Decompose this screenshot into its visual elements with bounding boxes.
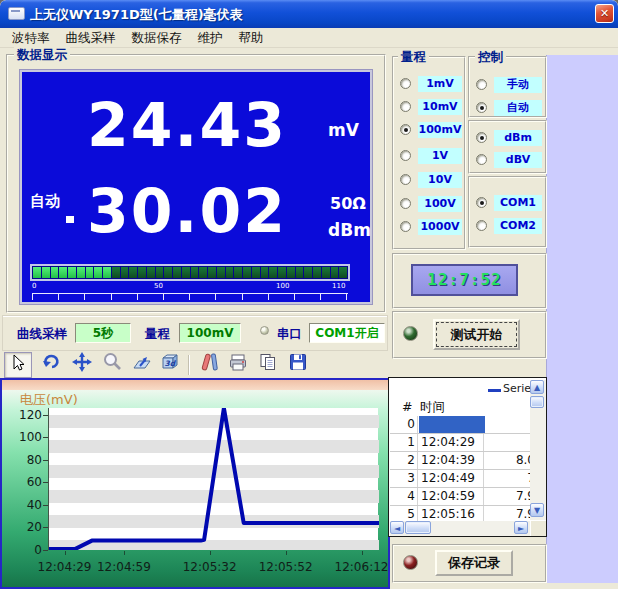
bar-segment: [112, 267, 120, 278]
cursor-tool-button[interactable]: [4, 352, 32, 378]
save-tool-button[interactable]: [284, 352, 312, 378]
control-mode-option-手动[interactable]: 手动: [470, 77, 545, 94]
x-axis-label: 12:04:29: [33, 560, 97, 574]
port-label: 串口: [277, 326, 302, 343]
range-option-1000V[interactable]: 1000V: [394, 219, 464, 236]
row-index-cell[interactable]: 5: [394, 507, 415, 521]
menu-item-1[interactable]: 波特率: [4, 28, 58, 48]
time-cell[interactable]: 12:04:39: [421, 453, 475, 467]
table-row-4[interactable]: 412:04:597.9: [390, 488, 530, 506]
x-axis-label: 12:05:52: [254, 560, 318, 574]
scroll-up-button[interactable]: ▲: [530, 380, 544, 394]
scroll-left-button[interactable]: ◄: [390, 521, 404, 534]
tools-tool-button[interactable]: [196, 352, 224, 378]
row-index-cell[interactable]: 0: [394, 417, 415, 431]
range-radio-10V[interactable]: [400, 174, 411, 185]
range-radio-1000V[interactable]: [400, 221, 411, 232]
range-radio-10mV[interactable]: [400, 101, 411, 112]
range-option-1V[interactable]: 1V: [394, 148, 464, 165]
menu-item-4[interactable]: 维护: [190, 28, 231, 48]
series-legend-swatch: [488, 389, 501, 392]
scroll-right-button[interactable]: ►: [514, 521, 528, 534]
undo-tool-button[interactable]: [38, 352, 66, 378]
range-option-100mV[interactable]: 100mV: [394, 122, 464, 139]
control-mode-radio-自动[interactable]: [476, 102, 487, 113]
row-index-cell[interactable]: 3: [394, 471, 415, 485]
y-axis-tick: [43, 527, 48, 528]
range-option-label: 100mV: [418, 122, 462, 138]
vscroll-thumb[interactable]: [530, 396, 544, 408]
table-horizontal-scrollbar[interactable]: ◄ ►: [390, 521, 530, 536]
control-mode-option-自动[interactable]: 自动: [470, 100, 545, 117]
table-row-3[interactable]: 312:04:497: [390, 470, 530, 488]
control-com-radio-COM1[interactable]: [476, 197, 487, 208]
menu-item-5[interactable]: 帮助: [231, 28, 272, 48]
control-com-radio-COM2[interactable]: [476, 220, 487, 231]
bargraph-scale-label: 0: [32, 282, 36, 290]
range-status-label: 量程: [145, 326, 170, 343]
close-button[interactable]: ✕: [595, 4, 614, 23]
row-index-cell[interactable]: 1: [394, 435, 415, 449]
test-panel: 测试开始: [392, 311, 547, 359]
value-cell[interactable]: [485, 417, 531, 431]
toolbar-separator: [188, 355, 189, 375]
secondary-unit: dBm: [328, 220, 371, 240]
value-cell[interactable]: 7: [485, 471, 531, 485]
scroll-down-button[interactable]: ▼: [530, 503, 544, 517]
chart-2d-icon: [132, 357, 152, 376]
save-record-button[interactable]: 保存记录: [435, 550, 513, 576]
bar-segment: [86, 267, 94, 278]
value-cell[interactable]: 7.9: [485, 507, 531, 521]
chart-3d-tool-button[interactable]: 3d: [156, 352, 184, 378]
control-db-radio-dBV[interactable]: [476, 154, 487, 165]
range-option-10V[interactable]: 10V: [394, 172, 464, 189]
table-row-1[interactable]: 112:04:29: [390, 434, 530, 452]
bar-segment: [138, 267, 146, 278]
bar-segment: [33, 267, 41, 278]
control-db-option-dBV[interactable]: dBV: [470, 152, 545, 169]
print-tool-button[interactable]: [224, 352, 252, 378]
test-start-button[interactable]: 测试开始: [433, 319, 520, 350]
control-db-option-dBm[interactable]: dBm: [470, 130, 545, 147]
control-com-option-COM1[interactable]: COM1: [470, 195, 545, 212]
range-option-label: 10mV: [418, 99, 462, 115]
copy-tool-button[interactable]: [254, 352, 282, 378]
y-axis-tick: [43, 437, 48, 438]
range-option-1mV[interactable]: 1mV: [394, 76, 464, 93]
pan-tool-button[interactable]: [68, 352, 96, 378]
row-index-cell[interactable]: 4: [394, 489, 415, 503]
bar-segment: [296, 267, 304, 278]
selected-cell[interactable]: [419, 416, 485, 433]
time-cell[interactable]: 12:04:29: [421, 435, 475, 449]
lcd-display: 24.43 mV 自动 30.02 50Ω dBm 050100110: [20, 70, 372, 304]
row-index-cell[interactable]: 2: [394, 453, 415, 467]
zoom-tool-button[interactable]: [98, 352, 126, 378]
primary-reading: 24.43: [62, 94, 312, 156]
control-db-radio-dBm[interactable]: [476, 132, 487, 143]
range-radio-1mV[interactable]: [400, 78, 411, 89]
bargraph-scale-label: 110: [332, 282, 345, 290]
chart-2d-tool-button[interactable]: [128, 352, 156, 378]
hscroll-thumb[interactable]: [405, 521, 431, 534]
table-row-0[interactable]: 0: [390, 416, 530, 434]
control-mode-radio-手动[interactable]: [476, 79, 487, 90]
time-cell[interactable]: 12:04:49: [421, 471, 475, 485]
cursor-icon: [8, 358, 28, 377]
value-cell[interactable]: 8.0: [485, 453, 531, 467]
time-cell[interactable]: 12:05:16: [421, 507, 475, 521]
table-row-2[interactable]: 212:04:398.0: [390, 452, 530, 470]
bar-segment: [234, 267, 242, 278]
value-cell[interactable]: 7.9: [485, 489, 531, 503]
range-option-10mV[interactable]: 10mV: [394, 99, 464, 116]
menu-item-2[interactable]: 曲线采样: [58, 28, 124, 48]
menu-item-3[interactable]: 数据保存: [124, 28, 190, 48]
range-radio-100mV[interactable]: [400, 124, 411, 135]
table-vertical-scrollbar[interactable]: ▲ ▼: [530, 380, 546, 520]
range-radio-100V[interactable]: [400, 198, 411, 209]
time-cell[interactable]: 12:04:59: [421, 489, 475, 503]
save-icon: [288, 357, 308, 376]
range-radio-1V[interactable]: [400, 150, 411, 161]
control-com-option-COM2[interactable]: COM2: [470, 218, 545, 235]
range-option-100V[interactable]: 100V: [394, 196, 464, 213]
value-cell[interactable]: [485, 435, 531, 449]
